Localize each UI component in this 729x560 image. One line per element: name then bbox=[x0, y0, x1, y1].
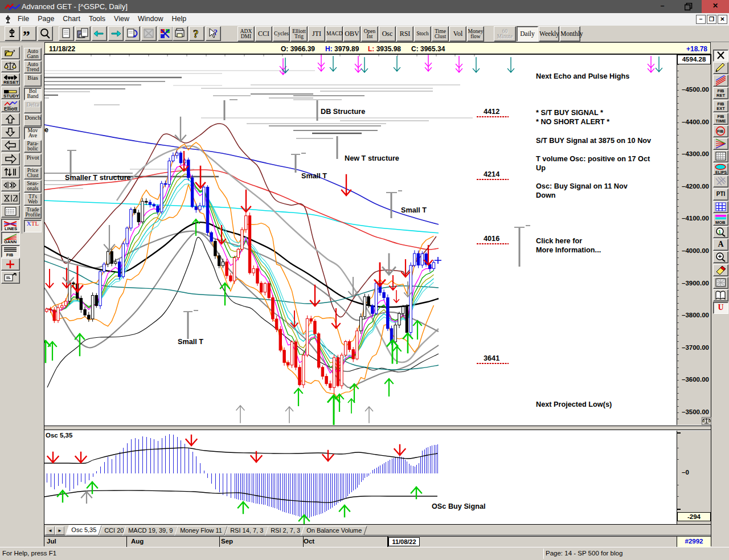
svg-text:4214: 4214 bbox=[484, 170, 499, 178]
svg-text:Small T: Small T bbox=[301, 172, 327, 180]
svg-text:Up: Up bbox=[536, 164, 546, 172]
svg-text:Small T: Small T bbox=[401, 206, 427, 214]
svg-text:1: 1 bbox=[718, 229, 721, 235]
svg-text:e: e bbox=[44, 126, 48, 134]
svg-text:4412: 4412 bbox=[484, 108, 499, 116]
svg-text:FIB: FIB bbox=[6, 252, 14, 257]
svg-text:DB Structure: DB Structure bbox=[321, 108, 365, 116]
svg-text:?: ? bbox=[193, 28, 199, 40]
svg-text:STUDY: STUDY bbox=[3, 93, 19, 99]
svg-text:Down: Down bbox=[536, 191, 556, 199]
svg-text:Small T: Small T bbox=[178, 338, 203, 346]
svg-text:FIB: FIB bbox=[717, 129, 723, 133]
svg-text:Next Echo and Pulse Highs: Next Echo and Pulse Highs bbox=[536, 72, 629, 80]
svg-text:Osc 5,35: Osc 5,35 bbox=[46, 432, 73, 439]
svg-text:Next Projected Low(s): Next Projected Low(s) bbox=[536, 400, 612, 408]
svg-text:Smaller T structure: Smaller T structure bbox=[65, 174, 131, 182]
svg-text:Elliott: Elliott bbox=[4, 106, 18, 112]
svg-text:New T structure: New T structure bbox=[345, 154, 399, 162]
svg-text:4016: 4016 bbox=[484, 235, 499, 243]
svg-text:„: „ bbox=[23, 27, 30, 37]
svg-text:Osc: Buy Signal on 11 Nov: Osc: Buy Signal on 11 Nov bbox=[536, 182, 628, 190]
svg-text:OSc Buy Signal: OSc Buy Signal bbox=[432, 502, 485, 510]
svg-text:ELIPS: ELIPS bbox=[715, 170, 727, 174]
svg-text:* S/T BUY SIGNAL *: * S/T BUY SIGNAL * bbox=[536, 109, 603, 117]
svg-text:* NO SHORT ALERT *: * NO SHORT ALERT * bbox=[536, 118, 609, 126]
svg-text:More Information...: More Information... bbox=[536, 246, 601, 254]
svg-text:?: ? bbox=[214, 28, 218, 37]
svg-text:T volume Osc: positive on 17 O: T volume Osc: positive on 17 Oct bbox=[536, 155, 650, 163]
svg-text:3641: 3641 bbox=[484, 354, 499, 362]
svg-text:Click here for: Click here for bbox=[536, 237, 582, 245]
svg-text:GANN: GANN bbox=[4, 239, 17, 244]
svg-text:S/T BUY Signal at 3875 on 10 N: S/T BUY Signal at 3875 on 10 Nov bbox=[536, 137, 651, 145]
svg-text:RESET: RESET bbox=[3, 80, 19, 85]
svg-text:MOB: MOB bbox=[715, 220, 726, 225]
svg-text:LINES: LINES bbox=[5, 226, 17, 231]
